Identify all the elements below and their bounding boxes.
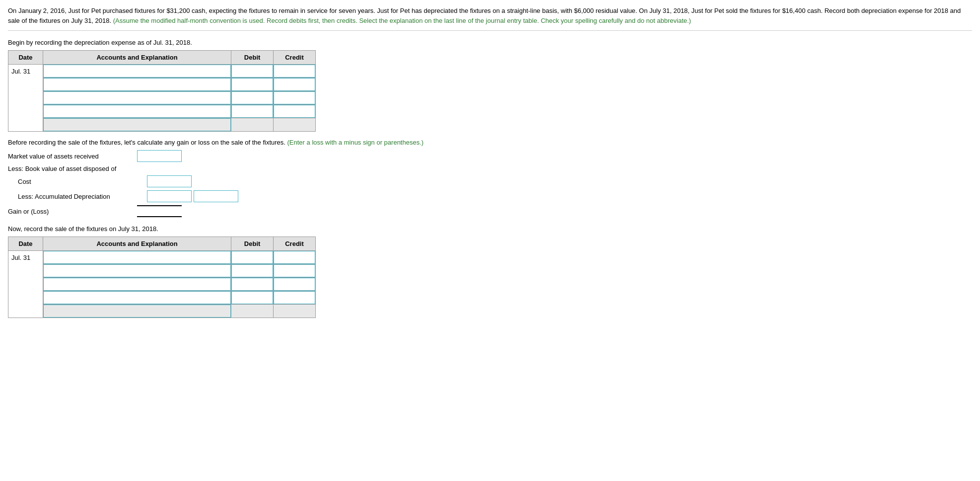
debit-input-2-3[interactable] xyxy=(231,278,273,291)
account-input-2-row4 xyxy=(43,291,231,305)
journal-table-2: Date Accounts and Explanation Debit Cred… xyxy=(8,237,316,318)
cost-row: Cost xyxy=(8,175,972,187)
table-row: Jul. 31 xyxy=(8,65,316,78)
account-input-2-2[interactable] xyxy=(43,264,231,277)
credit-input-row4 xyxy=(274,105,316,118)
credit-input-2-row1 xyxy=(274,251,316,264)
credit-input-2-1[interactable] xyxy=(274,251,315,264)
accum-dep-row: Less: Accumulated Depreciation xyxy=(8,190,972,202)
debit-input-2-4[interactable] xyxy=(231,291,273,304)
intro-paragraph: On January 2, 2016, Just for Pet purchas… xyxy=(8,6,972,31)
calc-green-note: (Enter a loss with a minus sign or paren… xyxy=(287,139,424,146)
account-input-2-row5 xyxy=(43,305,231,318)
account-input-2-row3 xyxy=(43,278,231,291)
gain-loss-input[interactable] xyxy=(137,205,182,217)
calculation-section: Before recording the sale of the fixture… xyxy=(8,139,972,217)
less-accum-label: Less: Accumulated Depreciation xyxy=(8,193,147,200)
table-row xyxy=(8,105,316,118)
account-input-2-5[interactable] xyxy=(43,305,231,318)
header-account-1: Accounts and Explanation xyxy=(43,51,231,65)
table-row xyxy=(8,78,316,91)
date-cell-1: Jul. 31 xyxy=(8,65,43,132)
debit-input-2-row5-empty xyxy=(231,305,274,318)
debit-input-1-1[interactable] xyxy=(231,65,273,78)
debit-input-1-2[interactable] xyxy=(231,78,273,91)
account-input-row2 xyxy=(43,78,231,91)
debit-input-1-4[interactable] xyxy=(231,105,273,118)
account-input-row3 xyxy=(43,91,231,105)
debit-input-row1 xyxy=(231,65,274,78)
account-input-row5 xyxy=(43,118,231,132)
debit-input-row5 xyxy=(231,118,274,132)
credit-input-row1 xyxy=(274,65,316,78)
less-book-value-row: Less: Book value of asset disposed of xyxy=(8,165,972,172)
table-row xyxy=(8,264,316,278)
section2-label: Now, record the sale of the fixtures on … xyxy=(8,225,972,233)
intro-green-instruction: (Assume the modified half-month conventi… xyxy=(113,17,691,24)
accum-dep-input-2[interactable] xyxy=(194,190,238,202)
table-row: Jul. 31 xyxy=(8,251,316,264)
section1-label: Begin by recording the depreciation expe… xyxy=(8,39,972,46)
market-value-row: Market value of assets received xyxy=(8,150,972,162)
journal-table-1: Date Accounts and Explanation Debit Cred… xyxy=(8,50,316,132)
credit-input-row3 xyxy=(274,91,316,105)
account-input-row4 xyxy=(43,105,231,118)
debit-input-2-2[interactable] xyxy=(231,264,273,277)
cost-input[interactable] xyxy=(147,175,192,187)
account-input-1-1[interactable] xyxy=(43,65,231,78)
header-credit-2: Credit xyxy=(274,237,316,251)
header-credit-1: Credit xyxy=(274,51,316,65)
credit-input-row2 xyxy=(274,78,316,91)
table-row xyxy=(8,91,316,105)
date-cell-2: Jul. 31 xyxy=(8,251,43,318)
account-input-1-2[interactable] xyxy=(43,78,231,91)
credit-input-2-2[interactable] xyxy=(274,264,315,277)
gain-loss-label: Gain or (Loss) xyxy=(8,208,137,215)
account-input-2-row2 xyxy=(43,264,231,278)
account-input-1-3[interactable] xyxy=(43,91,231,104)
credit-input-2-row2 xyxy=(274,264,316,278)
debit-input-row2 xyxy=(231,78,274,91)
header-account-2: Accounts and Explanation xyxy=(43,237,231,251)
table-row xyxy=(8,278,316,291)
less-book-label: Less: Book value of asset disposed of xyxy=(8,165,137,172)
debit-input-2-row4 xyxy=(231,291,274,305)
debit-input-row3 xyxy=(231,91,274,105)
account-input-2-row1 xyxy=(43,251,231,264)
table-row-last xyxy=(8,118,316,132)
table-row-last-2 xyxy=(8,305,316,318)
table-row xyxy=(8,291,316,305)
credit-input-2-4[interactable] xyxy=(274,291,315,304)
debit-input-row4 xyxy=(231,105,274,118)
debit-input-2-row1 xyxy=(231,251,274,264)
credit-input-1-3[interactable] xyxy=(274,91,315,104)
market-value-label: Market value of assets received xyxy=(8,153,137,160)
header-date-2: Date xyxy=(8,237,43,251)
credit-input-2-3[interactable] xyxy=(274,278,315,291)
credit-input-2-row5-empty xyxy=(274,305,316,318)
credit-input-1-4[interactable] xyxy=(274,105,315,118)
account-input-2-1[interactable] xyxy=(43,251,231,264)
header-debit-2: Debit xyxy=(231,237,274,251)
credit-input-row5 xyxy=(274,118,316,132)
header-date-1: Date xyxy=(8,51,43,65)
header-debit-1: Debit xyxy=(231,51,274,65)
cost-label: Cost xyxy=(8,178,147,185)
credit-input-1-2[interactable] xyxy=(274,78,315,91)
account-input-2-3[interactable] xyxy=(43,278,231,291)
market-value-input[interactable] xyxy=(137,150,182,162)
calc-intro-label: Before recording the sale of the fixture… xyxy=(8,139,972,146)
debit-input-2-1[interactable] xyxy=(231,251,273,264)
account-input-row1 xyxy=(43,65,231,78)
credit-input-2-row4 xyxy=(274,291,316,305)
accum-dep-input-1[interactable] xyxy=(147,190,192,202)
gain-loss-row: Gain or (Loss) xyxy=(8,205,972,217)
credit-input-2-row3 xyxy=(274,278,316,291)
debit-input-2-row3 xyxy=(231,278,274,291)
credit-input-1-1[interactable] xyxy=(274,65,315,78)
account-input-2-4[interactable] xyxy=(43,291,231,304)
debit-input-1-3[interactable] xyxy=(231,91,273,104)
account-input-1-4[interactable] xyxy=(43,105,231,118)
account-input-1-5[interactable] xyxy=(43,118,231,131)
calc-intro-text: Before recording the sale of the fixture… xyxy=(8,139,285,146)
